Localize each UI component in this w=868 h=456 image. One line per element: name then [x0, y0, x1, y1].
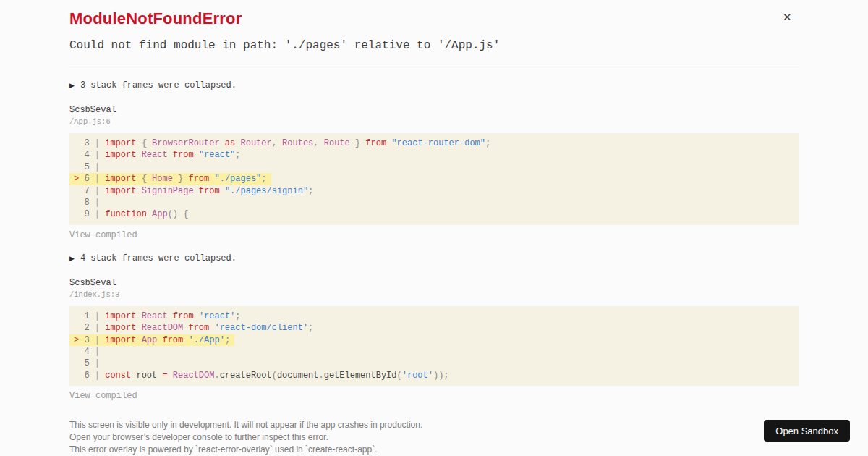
code-token: (	[272, 371, 277, 381]
code-token: Route	[324, 138, 350, 148]
code-token: =	[162, 371, 167, 381]
code-token: ,	[313, 138, 323, 148]
code-line-content: 6 | const root = ReactDOM.createRoot(doc…	[69, 370, 454, 381]
code-token: App	[152, 209, 168, 219]
line-separator: |	[90, 162, 106, 172]
code-token: ,	[272, 138, 282, 148]
code-token: ;	[225, 335, 230, 345]
error-line-marker	[74, 323, 84, 333]
frame-function-name: $csb$eval	[69, 106, 799, 114]
code-token	[136, 311, 141, 321]
frame-location: /index.js:3	[69, 291, 799, 299]
line-separator: |	[90, 198, 106, 208]
code-token: function	[105, 209, 147, 219]
error-line-marker	[74, 150, 84, 160]
code-line: 4 | import React from "react";	[69, 149, 799, 161]
line-number: 2	[84, 323, 89, 333]
code-line-content: 7 | import SigninPage from "./pages/sign…	[69, 185, 318, 197]
code-token: () {	[168, 209, 189, 219]
collapsed-frames-toggle[interactable]: ▶3 stack frames were collapsed.	[69, 81, 799, 90]
code-line-content: 3 | import { BrowserRouter as Router, Ro…	[69, 138, 495, 149]
divider	[69, 67, 799, 67]
code-token: from	[188, 174, 209, 184]
code-token: Router	[240, 138, 271, 148]
code-line-content: 1 | import React from 'react';	[69, 311, 245, 322]
error-line-marker	[74, 371, 84, 381]
code-token: ;	[485, 138, 490, 148]
line-number: 3	[84, 335, 89, 345]
code-frame: 3 | import { BrowserRouter as Router, Ro…	[69, 133, 799, 225]
stack-frame-section: ▶4 stack frames were collapsed.$csb$eval…	[69, 254, 799, 401]
code-token: ;	[235, 311, 240, 321]
code-token: App	[142, 335, 158, 345]
line-number: 3	[84, 138, 89, 148]
code-token: createRoot	[220, 371, 272, 381]
code-token: ));	[433, 371, 449, 381]
error-title: ModuleNotFoundError	[69, 10, 799, 28]
line-number: 4	[84, 347, 89, 357]
footer-note-overlay: This error overlay is powered by `react-…	[69, 444, 799, 456]
code-token: }	[350, 138, 366, 148]
error-overlay: ModuleNotFoundError Could not find modul…	[69, 0, 799, 456]
code-line: > 6 | import { Home } from "./pages";	[69, 173, 799, 185]
code-line: 9 | function App() {	[69, 208, 799, 220]
code-line-content: > 6 | import { Home } from "./pages";	[69, 173, 271, 185]
code-token: './App'	[188, 335, 224, 345]
code-token: "react-router-dom"	[391, 138, 485, 148]
line-number: 5	[84, 162, 89, 172]
error-line-marker	[74, 209, 84, 219]
line-separator: |	[90, 209, 106, 219]
code-token: (	[397, 371, 402, 381]
code-token	[136, 150, 141, 160]
frame-function-name: $csb$eval	[69, 279, 799, 287]
code-token: 'react-dom/client'	[214, 323, 308, 333]
stack-frames-container: ▶3 stack frames were collapsed.$csb$eval…	[69, 81, 799, 401]
code-line-content: 4 |	[69, 346, 109, 358]
code-line: 6 | const root = ReactDOM.createRoot(doc…	[69, 370, 799, 381]
code-line: 5 |	[69, 358, 799, 369]
code-token: ;	[235, 150, 240, 160]
error-line-marker	[74, 358, 84, 368]
error-line-marker	[74, 186, 84, 196]
code-line-content: 4 | import React from "react";	[69, 149, 245, 161]
code-token: import	[105, 323, 136, 333]
code-token: {	[136, 174, 152, 184]
code-frame: 1 | import React from 'react'; 2 | impor…	[69, 306, 799, 386]
line-separator: |	[90, 174, 106, 184]
code-token: {	[136, 138, 152, 148]
code-token: from	[168, 150, 199, 160]
view-compiled-link[interactable]: View compiled	[69, 392, 137, 400]
code-line: 5 |	[69, 161, 799, 173]
collapsed-frames-label: 3 stack frames were collapsed.	[80, 81, 237, 90]
code-line-content: > 3 | import App from './App';	[69, 334, 234, 346]
code-line-content: 5 |	[69, 161, 109, 173]
line-separator: |	[90, 323, 106, 333]
code-line: 7 | import SigninPage from "./pages/sign…	[69, 185, 799, 197]
line-number: 7	[84, 186, 89, 196]
line-separator: |	[90, 186, 106, 196]
open-sandbox-button[interactable]: Open Sandbox	[764, 420, 850, 442]
code-line-content: 5 |	[69, 358, 109, 369]
line-number: 9	[84, 209, 89, 219]
line-separator: |	[90, 347, 106, 357]
error-line-marker: >	[74, 174, 84, 184]
collapsed-frames-toggle[interactable]: ▶4 stack frames were collapsed.	[69, 254, 799, 263]
frame-location: /App.js:6	[69, 118, 799, 126]
code-line: 2 | import ReactDOM from 'react-dom/clie…	[69, 322, 799, 334]
code-token: ;	[261, 174, 266, 184]
line-number: 6	[84, 174, 89, 184]
code-token: .	[214, 371, 219, 381]
collapsed-frames-label: 4 stack frames were collapsed.	[80, 254, 237, 263]
code-token: import	[105, 174, 136, 184]
code-token	[147, 209, 152, 219]
code-line-content: 8 |	[69, 197, 109, 208]
code-token: Home	[152, 174, 173, 184]
line-separator: |	[90, 358, 106, 368]
code-token: 'root'	[402, 371, 433, 381]
line-number: 6	[84, 371, 89, 381]
code-token: }	[173, 174, 189, 184]
view-compiled-link[interactable]: View compiled	[69, 231, 137, 240]
line-number: 5	[84, 358, 89, 368]
code-line: 4 |	[69, 346, 799, 358]
code-token: as	[220, 138, 241, 148]
